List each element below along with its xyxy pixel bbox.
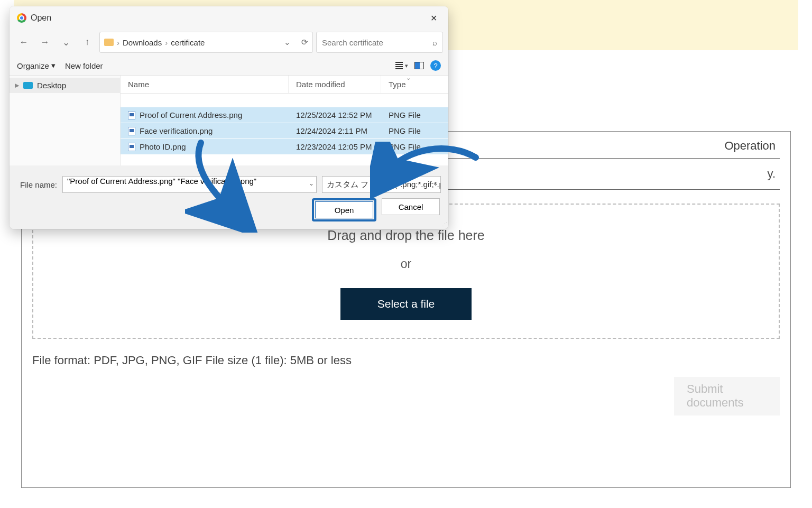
sidebar-label: Desktop xyxy=(37,81,66,90)
close-button[interactable]: ✕ xyxy=(423,10,444,26)
column-headers[interactable]: ⌄ Name Date modified Type xyxy=(121,76,448,94)
chevron-down-icon: ⌄ xyxy=(309,180,314,187)
file-row[interactable]: Photo ID.png12/23/2024 12:05 PMPNG File xyxy=(121,139,448,155)
help-button[interactable]: ? xyxy=(430,60,441,71)
search-box[interactable]: ⌕ xyxy=(316,32,443,53)
forward-button[interactable]: → xyxy=(36,33,54,51)
crumb-certificate[interactable]: certificate xyxy=(171,38,205,47)
chevron-down-icon: ▾ xyxy=(405,62,408,69)
search-input[interactable] xyxy=(322,38,432,47)
th-operation: Operation xyxy=(628,132,780,159)
file-type: PNG File xyxy=(381,123,448,138)
file-date: 12/25/2024 12:52 PM xyxy=(289,107,381,123)
file-row[interactable]: Face verification.png12/24/2024 2:11 PMP… xyxy=(121,123,448,139)
blank-row xyxy=(121,94,448,107)
toolbar-row: Organize▾ New folder ▾ ? xyxy=(10,57,448,75)
dropzone-title: Drag and drop the file here xyxy=(44,228,768,243)
file-name: Proof of Current Address.png xyxy=(140,110,242,119)
breadcrumb-bar[interactable]: › Downloads › certificate ⌄ ⟳ xyxy=(99,32,313,53)
view-button[interactable]: ▾ xyxy=(395,62,408,69)
up-button[interactable]: ↑ xyxy=(78,33,96,51)
cancel-button[interactable]: Cancel xyxy=(382,198,440,215)
dialog-body: ▶ Desktop ⌄ Name Date modified Type Proo… xyxy=(10,75,448,165)
file-name: Face verification.png xyxy=(140,126,213,135)
sort-indicator-icon: ⌄ xyxy=(406,75,411,81)
nav-row: ← → ⌄ ↑ › Downloads › certificate ⌄ ⟳ ⌕ xyxy=(10,27,448,57)
file-format-note: File format: PDF, JPG, PNG, GIF File siz… xyxy=(32,354,780,367)
file-name-label: File name: xyxy=(17,180,57,189)
sidebar: ▶ Desktop xyxy=(10,76,121,165)
back-button[interactable]: ← xyxy=(15,33,33,51)
chevron-right-icon: › xyxy=(117,38,119,47)
dialog-bottombar: File name: ⌄ カスタム ファイル (*.png;*.gif;*.pd… xyxy=(10,165,448,229)
image-file-icon xyxy=(128,111,135,119)
file-type: PNG File xyxy=(381,139,448,154)
file-type-filter[interactable]: カスタム ファイル (*.png;*.gif;*.pdf) ⌄ xyxy=(322,176,441,193)
col-name[interactable]: Name xyxy=(121,76,289,93)
file-list: ⌄ Name Date modified Type Proof of Curre… xyxy=(121,76,448,165)
open-button[interactable]: Open xyxy=(315,201,373,218)
dialog-title: Open xyxy=(31,13,51,23)
file-date: 12/23/2024 12:05 PM xyxy=(289,139,381,154)
file-name: Photo ID.png xyxy=(140,142,186,151)
new-folder-button[interactable]: New folder xyxy=(65,61,103,70)
dialog-titlebar: Open ✕ xyxy=(10,6,448,27)
list-view-icon xyxy=(395,62,403,69)
recent-dropdown[interactable]: ⌄ xyxy=(57,33,75,51)
resize-grip-icon[interactable]: ⋰ xyxy=(442,221,446,228)
dropzone-or: or xyxy=(44,257,768,271)
file-open-dialog: Open ✕ ← → ⌄ ↑ › Downloads › certificate… xyxy=(10,6,448,229)
chevron-down-icon: ▾ xyxy=(51,61,56,70)
crumb-downloads[interactable]: Downloads xyxy=(123,38,162,47)
search-icon: ⌕ xyxy=(432,38,437,47)
desktop-icon xyxy=(23,82,33,89)
file-name-input[interactable] xyxy=(67,177,304,186)
submit-documents-button[interactable]: Submit documents xyxy=(674,377,780,415)
chevron-right-icon: › xyxy=(165,38,168,47)
path-dropdown[interactable]: ⌄ xyxy=(284,38,291,47)
col-type[interactable]: Type xyxy=(381,76,448,93)
image-file-icon xyxy=(128,143,135,151)
refresh-button[interactable]: ⟳ xyxy=(301,38,308,47)
folder-icon xyxy=(104,39,114,46)
open-highlight: Open xyxy=(312,198,376,221)
chrome-icon xyxy=(17,13,26,23)
preview-pane-button[interactable] xyxy=(414,62,424,69)
select-file-button[interactable]: Select a file xyxy=(340,288,472,320)
file-row[interactable]: Proof of Current Address.png12/25/2024 1… xyxy=(121,107,448,123)
file-name-field-wrap: ⌄ xyxy=(62,176,317,193)
type-filter-text: カスタム ファイル (*.png;*.gif;*.pdf) xyxy=(327,180,441,190)
organize-menu[interactable]: Organize▾ xyxy=(17,61,56,70)
col-date[interactable]: Date modified xyxy=(289,76,381,93)
image-file-icon xyxy=(128,127,135,135)
sidebar-item-desktop[interactable]: ▶ Desktop xyxy=(10,78,120,93)
chevron-right-icon: ▶ xyxy=(15,82,19,89)
file-date: 12/24/2024 2:11 PM xyxy=(289,123,381,138)
file-type: PNG File xyxy=(381,107,448,123)
